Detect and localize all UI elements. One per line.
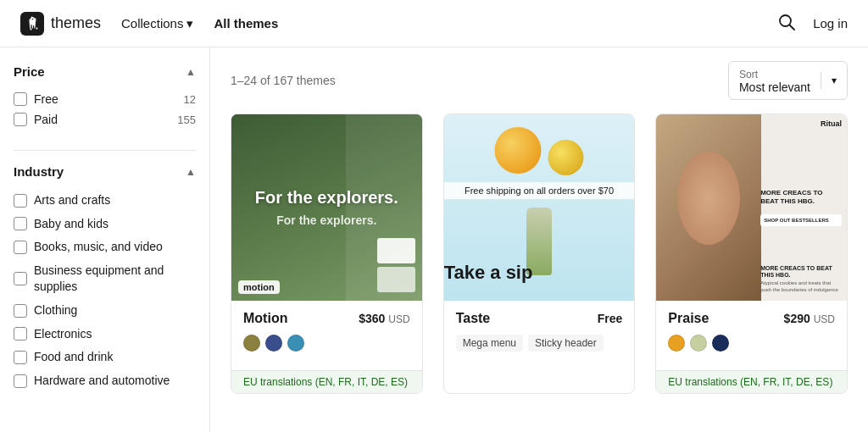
industry-clothing-item[interactable]: Clothing (14, 299, 196, 323)
logo[interactable]: themes (20, 12, 101, 36)
price-filter: Price ▲ Free 12 Paid 155 (14, 64, 196, 130)
industry-baby-item[interactable]: Baby and kids (14, 213, 196, 236)
taste-tag-2: Sticky header (528, 335, 604, 352)
svg-line-2 (790, 25, 795, 30)
praise-title-row: Praise $290 USD (668, 311, 835, 326)
praise-swatch-2[interactable] (690, 335, 707, 352)
industry-arts-label: Arts and crafts (34, 192, 110, 209)
industry-food-item[interactable]: Food and drink (14, 346, 196, 369)
taste-price: Free (598, 312, 623, 325)
industry-clothing-label: Clothing (34, 302, 77, 319)
industry-hardware-item[interactable]: Hardware and automotive (14, 369, 196, 393)
industry-electronics-checkbox[interactable] (14, 327, 27, 341)
allthemes-nav: All themes (214, 16, 278, 30)
industry-business-item[interactable]: Business equipment and supplies (14, 259, 196, 299)
theme-thumbnail-praise: MORE CREACS TO BEAT THIS HBG. SHOP OUT B… (656, 114, 847, 301)
price-free-item[interactable]: Free 12 (14, 89, 196, 109)
industry-baby-checkbox[interactable] (14, 217, 27, 230)
industry-books-item[interactable]: Books, music, and video (14, 235, 196, 259)
logo-text: themes (51, 14, 101, 32)
taste-tags: Mega menu Sticky header (456, 335, 623, 352)
industry-food-label: Food and drink (34, 349, 113, 366)
price-paid-checkbox[interactable] (14, 113, 27, 126)
header-right: Log in (774, 9, 848, 37)
price-free-label: Free (34, 92, 58, 106)
price-paid-item[interactable]: Paid 155 (14, 109, 196, 130)
theme-card-motion[interactable]: For the explorers. For the explorers. mo… (231, 114, 423, 394)
themes-count: 1–24 of 167 themes (231, 74, 336, 87)
price-paid-count: 155 (177, 114, 196, 126)
praise-sub: Atypical cookies and treats that push th… (760, 280, 842, 294)
industry-arts-item[interactable]: Arts and crafts (14, 189, 196, 213)
praise-brand: Ritual (821, 119, 842, 128)
motion-eu-badge: EU translations (EN, FR, IT, DE, ES) (231, 370, 422, 393)
motion-name: Motion (243, 311, 287, 326)
motion-swatch-1[interactable] (243, 335, 260, 352)
sort-dropdown[interactable]: Sort Most relevant ▾ (728, 61, 848, 100)
taste-headline: Take a sip (444, 262, 533, 284)
praise-eu-badge: EU translations (EN, FR, IT, DE, ES) (656, 370, 847, 393)
main-nav: Collections ▾ All themes (121, 16, 754, 31)
industry-chevron-icon: ▲ (186, 166, 196, 178)
taste-banner: Free shipping on all orders over $70 (444, 182, 635, 199)
search-icon (777, 13, 796, 31)
price-free-count: 12 (184, 93, 196, 106)
main-layout: Price ▲ Free 12 Paid 155 I (0, 47, 868, 432)
industry-filter-title: Industry (14, 164, 64, 179)
header: themes Collections ▾ All themes Log in (0, 0, 868, 47)
motion-title-row: Motion $360 USD (243, 311, 410, 326)
praise-swatches (668, 335, 835, 352)
industry-filter: Industry ▲ Arts and crafts Baby and kids (14, 164, 196, 392)
motion-swatches (243, 335, 410, 352)
price-chevron-icon: ▲ (186, 66, 196, 78)
search-button[interactable] (774, 9, 799, 37)
industry-business-label: Business equipment and supplies (34, 263, 196, 296)
taste-name: Taste (456, 311, 491, 326)
sort-divider (821, 72, 821, 89)
theme-card-praise[interactable]: MORE CREACS TO BEAT THIS HBG. SHOP OUT B… (655, 114, 848, 394)
price-paid-label: Paid (34, 113, 58, 126)
login-button[interactable]: Log in (813, 16, 848, 30)
industry-electronics-label: Electronics (34, 326, 92, 343)
industry-hardware-checkbox[interactable] (14, 374, 27, 388)
price-free-checkbox[interactable] (14, 92, 27, 106)
sort-chevron-icon: ▾ (832, 75, 837, 86)
motion-price: $360 USD (359, 312, 409, 325)
motion-swatch-2[interactable] (265, 335, 282, 352)
praise-swatch-1[interactable] (668, 335, 685, 352)
content-header: 1–24 of 167 themes Sort Most relevant ▾ (231, 61, 848, 100)
motion-badge: motion (238, 280, 280, 294)
collections-nav[interactable]: Collections ▾ (121, 16, 193, 31)
shopify-logo-icon (20, 12, 44, 36)
taste-tag-1: Mega menu (456, 335, 523, 352)
industry-books-label: Books, music, and video (34, 239, 163, 256)
industry-clothing-checkbox[interactable] (14, 304, 27, 318)
main-content: 1–24 of 167 themes Sort Most relevant ▾ … (210, 47, 868, 432)
taste-info: Taste Free Mega menu Sticky header (444, 301, 635, 362)
industry-electronics-item[interactable]: Electronics (14, 323, 196, 346)
industry-food-checkbox[interactable] (14, 351, 27, 364)
taste-title-row: Taste Free (456, 311, 623, 326)
collections-chevron: ▾ (186, 16, 193, 31)
sort-value: Most relevant (739, 80, 810, 94)
industry-arts-checkbox[interactable] (14, 194, 27, 208)
motion-info: Motion $360 USD (231, 301, 422, 370)
industry-books-checkbox[interactable] (14, 241, 27, 254)
sidebar: Price ▲ Free 12 Paid 155 I (0, 47, 210, 432)
praise-info: Praise $290 USD (656, 301, 847, 370)
industry-filter-header: Industry ▲ (14, 164, 196, 179)
price-filter-title: Price (14, 64, 45, 79)
industry-hardware-label: Hardware and automotive (34, 373, 170, 390)
theme-thumbnail-motion: For the explorers. For the explorers. mo… (231, 114, 422, 301)
motion-swatch-3[interactable] (287, 335, 304, 352)
themes-grid: For the explorers. For the explorers. mo… (231, 114, 848, 394)
collections-label: Collections (121, 16, 183, 30)
praise-name: Praise (668, 311, 709, 326)
price-filter-header: Price ▲ (14, 64, 196, 79)
theme-card-taste[interactable]: Free shipping on all orders over $70 Tak… (443, 114, 636, 394)
industry-business-checkbox[interactable] (14, 272, 27, 285)
industry-baby-label: Baby and kids (34, 216, 108, 233)
sort-label: Sort (739, 69, 758, 80)
praise-headline: MORE CREACS TO BEAT THIS HBG. (760, 189, 842, 205)
praise-swatch-3[interactable] (712, 335, 729, 352)
